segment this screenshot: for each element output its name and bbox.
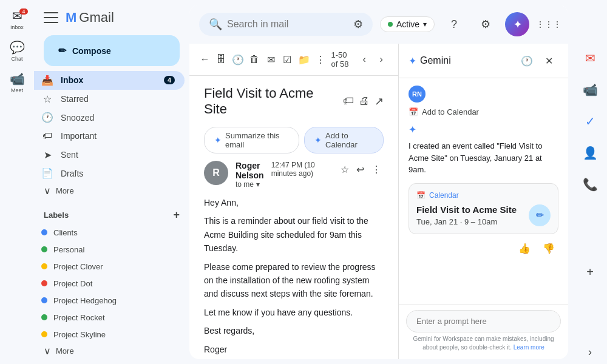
sender-to[interactable]: to me ▾ xyxy=(236,180,264,189)
sidebar: M Gmail ✏ Compose 📥 Inbox 4 ☆ Starred 🕐 … xyxy=(34,0,189,364)
thumbs-down-button[interactable]: 👎 xyxy=(539,239,558,258)
star-message-icon[interactable]: ☆ xyxy=(338,161,351,178)
add-task-icon: ☑ xyxy=(283,54,291,66)
archive-button[interactable]: 🗄 xyxy=(215,49,227,70)
sidebar-item-inbox[interactable]: 📥 Inbox 4 xyxy=(34,71,185,90)
sidebar-item-sent[interactable]: ➤ Sent xyxy=(34,146,185,164)
summarize-star-icon: ✦ xyxy=(214,135,222,145)
right-phone-icon: 📞 xyxy=(583,177,598,192)
add-task-button[interactable]: ☑ xyxy=(282,49,293,70)
label-project-skyline[interactable]: Project Skyline xyxy=(34,326,185,343)
active-dot xyxy=(388,22,393,27)
right-strip-meet[interactable]: 📹 xyxy=(575,75,605,104)
meet-label: Meet xyxy=(11,87,23,93)
calendar-card-label: Calendar xyxy=(429,191,459,200)
more-chevron-icon: ∨ xyxy=(44,185,51,197)
compose-button[interactable]: ✏ Compose xyxy=(44,35,180,66)
delete-button[interactable]: 🗑 xyxy=(249,49,260,70)
next-page-button[interactable]: › xyxy=(374,49,388,70)
right-strip-expand[interactable]: › xyxy=(575,345,605,359)
active-chevron-icon: ▾ xyxy=(423,20,427,29)
search-filter-icon[interactable]: ⚙ xyxy=(353,18,363,31)
gemini-history-button[interactable]: 🕐 xyxy=(517,51,537,70)
right-strip-mail[interactable]: ✉ xyxy=(575,44,605,73)
left-nav-strip: ✉ inbox 4 💬 Chat 📹 Meet xyxy=(0,0,34,364)
reply-message-icon[interactable]: ↩ xyxy=(354,161,367,178)
prev-page-button[interactable]: ‹ xyxy=(357,49,371,70)
compose-icon: ✏ xyxy=(58,45,66,56)
more-message-icon[interactable]: ⋮ xyxy=(369,161,384,178)
sidebar-item-starred[interactable]: ☆ Starred xyxy=(34,90,185,109)
label-project-clover[interactable]: Project Clover xyxy=(34,258,185,275)
label-project-rocket[interactable]: Project Rocket xyxy=(34,309,185,326)
sidebar-item-snoozed[interactable]: 🕐 Snoozed xyxy=(34,108,185,127)
labels-more-link[interactable]: ∨ More xyxy=(34,343,189,359)
thumbs-up-icon: 👍 xyxy=(518,243,531,254)
right-strip-contacts[interactable]: 👤 xyxy=(575,138,605,167)
nav-strip-meet[interactable]: 📹 Meet xyxy=(2,68,32,97)
search-bar[interactable]: 🔍 ⚙ xyxy=(199,13,373,36)
settings-icon: ⚙ xyxy=(481,18,490,31)
message-action-icons: ☆ ↩ ⋮ xyxy=(338,161,384,178)
thumbs-up-button[interactable]: 👍 xyxy=(515,239,534,258)
prev-icon: ‹ xyxy=(363,54,366,65)
project-hedgehog-label: Project Hedgehog xyxy=(53,296,117,305)
summarize-chip[interactable]: ✦ Summarize this email xyxy=(204,127,299,153)
snooze-button[interactable]: 🕐 xyxy=(232,49,244,70)
hamburger-menu[interactable] xyxy=(44,10,58,25)
help-button[interactable]: ? xyxy=(442,12,466,36)
mark-unread-button[interactable]: ✉ xyxy=(265,49,277,70)
email-subject-area: Field Visit to Acme Site 🏷 🖨 ↗ xyxy=(189,76,398,122)
sidebar-item-important[interactable]: 🏷 Important xyxy=(34,127,185,146)
sidebar-more-link[interactable]: ∨ More xyxy=(34,183,189,199)
more-actions-button[interactable]: ⋮ xyxy=(315,49,327,70)
gemini-prompt-input[interactable] xyxy=(406,310,561,332)
right-strip-add[interactable]: + xyxy=(575,257,605,286)
important-icon: 🏷 xyxy=(41,130,53,141)
label-personal[interactable]: Personal xyxy=(34,241,185,258)
delete-icon: 🗑 xyxy=(249,54,259,65)
active-status-badge[interactable]: Active ▾ xyxy=(380,16,435,32)
compose-label: Compose xyxy=(72,46,111,56)
sidebar-item-drafts[interactable]: 📄 Drafts xyxy=(34,164,185,183)
right-tasks-icon: ✓ xyxy=(585,114,595,129)
drafts-icon: 📄 xyxy=(41,167,53,179)
move-button[interactable]: 📁 xyxy=(298,49,310,70)
label-clients[interactable]: Clients xyxy=(34,224,185,241)
settings-button[interactable]: ⚙ xyxy=(473,12,498,36)
back-button[interactable]: ← xyxy=(199,49,211,70)
main-content: 🔍 ⚙ Active ▾ ? ⚙ ✦ ⋮⋮⋮ DF xyxy=(189,5,568,359)
right-strip-tasks[interactable]: ✓ xyxy=(575,107,605,136)
apps-icon: ⋮⋮⋮ xyxy=(536,19,561,29)
learn-more-link[interactable]: Learn more xyxy=(514,344,544,351)
important-label: Important xyxy=(61,131,97,141)
nav-strip-chat[interactable]: 💬 Chat xyxy=(2,36,32,66)
calendar-edit-button[interactable]: ✏ xyxy=(529,204,551,226)
open-in-new-icon[interactable]: ↗ xyxy=(375,95,384,108)
print-icon[interactable]: 🖨 xyxy=(359,95,370,108)
right-strip-phone[interactable]: 📞 xyxy=(575,170,605,199)
add-calendar-chip[interactable]: ✦ Add to Calendar xyxy=(304,127,384,153)
nav-strip-mail[interactable]: ✉ inbox 4 xyxy=(2,5,32,34)
gemini-panel: ✦ Gemini 🕐 ✕ RN 📅 Add xyxy=(398,44,568,359)
meet-icon: 📹 xyxy=(10,72,25,86)
gemini-history-icon: 🕐 xyxy=(521,55,533,67)
summarize-label: Summarize this email xyxy=(225,131,289,149)
label-project-hedgehog[interactable]: Project Hedgehog xyxy=(34,292,185,309)
apps-button[interactable]: ⋮⋮⋮ xyxy=(537,12,561,36)
snooze-icon: 🕐 xyxy=(232,54,244,66)
gemini-star-icon: ✦ xyxy=(514,19,521,30)
gemini-close-button[interactable]: ✕ xyxy=(539,51,558,70)
sender-avatar: R xyxy=(204,161,228,185)
message-timestamp: 12:47 PM (10 minutes ago) xyxy=(271,161,331,178)
label-icon[interactable]: 🏷 xyxy=(343,95,354,108)
gemini-header: ✦ Gemini 🕐 ✕ xyxy=(399,44,568,78)
body-p2: Please come prepared to review the progr… xyxy=(204,260,384,301)
mail-badge: 4 xyxy=(19,8,28,15)
email-toolbar: ← 🗄 🕐 🗑 ✉ ☑ 📁 xyxy=(189,44,398,76)
search-input[interactable] xyxy=(227,19,348,30)
gemini-button[interactable]: ✦ xyxy=(505,12,529,36)
label-project-dot[interactable]: Project Dot xyxy=(34,275,185,292)
message-header: R Roger Nelson to me ▾ 12:47 PM (10 minu… xyxy=(204,161,384,189)
add-label-icon[interactable]: + xyxy=(173,209,180,221)
